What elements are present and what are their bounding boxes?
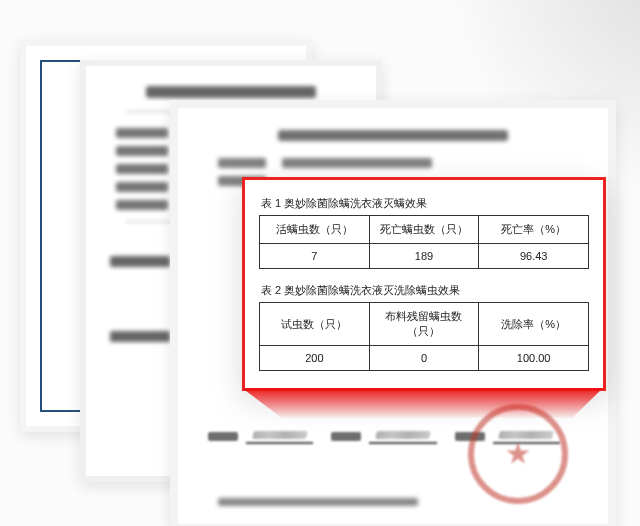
callout-box: 表 1 奥妙除菌除螨洗衣液灭螨效果 活螨虫数（只） 死亡螨虫数（只） 死亡率（%… [242,177,606,391]
doc-title-placeholder [278,130,508,141]
table2-header: 试虫数（只） [260,303,370,346]
table1-caption: 表 1 奥妙除菌除螨洗衣液灭螨效果 [261,196,589,211]
table2-header: 布料残留螨虫数（只） [369,303,479,346]
table1-header: 死亡螨虫数（只） [369,216,479,244]
table1-dead: 189 [369,244,479,269]
table2-total: 200 [260,346,370,371]
table1-header: 死亡率（%） [479,216,589,244]
official-stamp [468,404,568,504]
footer-text-placeholder [218,498,418,506]
table2-caption: 表 2 奥妙除菌除螨洗衣液灭洗除螨虫效果 [261,283,589,298]
table2: 试虫数（只） 布料残留螨虫数（只） 洗除率（%） 200 0 100.00 [259,302,589,371]
table-row: 7 189 96.43 [260,244,589,269]
table1-rate: 96.43 [479,244,589,269]
table2-residual: 0 [369,346,479,371]
doc-title-placeholder [146,86,316,98]
stage: 表 1 奥妙除菌除螨洗衣液灭螨效果 活螨虫数（只） 死亡螨虫数（只） 死亡率（%… [0,0,640,526]
table1-alive: 7 [260,244,370,269]
table2-rate: 100.00 [479,346,589,371]
table-row: 200 0 100.00 [260,346,589,371]
table2-header: 洗除率（%） [479,303,589,346]
table1: 活螨虫数（只） 死亡螨虫数（只） 死亡率（%） 7 189 96.43 [259,215,589,269]
table1-header: 活螨虫数（只） [260,216,370,244]
